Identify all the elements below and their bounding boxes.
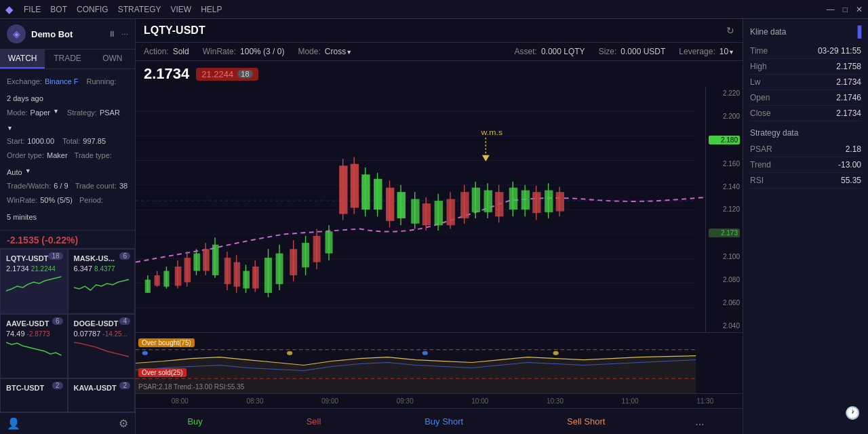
svg-rect-32: [243, 271, 250, 289]
time-1030: 10:30: [547, 397, 564, 405]
ema-value: 21.2244: [201, 69, 233, 79]
close-value: 2.1734: [836, 108, 861, 118]
right-panel: Kline data ▐ Time 03-29 11:55 High 2.175…: [743, 19, 868, 434]
close-button[interactable]: ✕: [856, 5, 863, 14]
kline-close-row: Close 2.1734: [750, 106, 861, 121]
clock-icon[interactable]: 🕐: [845, 406, 860, 420]
watch-sparkline-doge: [74, 339, 130, 359]
price-scale: 2.220 2.200 2.180 2.160 2.140 2.120 2.17…: [705, 87, 743, 332]
watch-item-btc[interactable]: BTC-USDT 2: [0, 378, 68, 412]
high-label: High: [750, 62, 767, 71]
trend-label: Trend: [750, 160, 771, 170]
menu-bot[interactable]: BOT: [50, 5, 67, 14]
settings-icon[interactable]: ⚙: [119, 417, 128, 430]
winrate-info-value: 100% (3 / 0): [240, 47, 284, 56]
watch-sparkline-aave: [6, 339, 62, 359]
tab-own[interactable]: OWN: [90, 50, 135, 68]
winrate-info-label: WinRate:: [203, 47, 236, 56]
svg-rect-34: [252, 267, 259, 288]
scale-2140: 2.140: [709, 183, 740, 191]
maximize-button[interactable]: □: [843, 5, 848, 14]
order-type-value: Maker: [47, 149, 68, 163]
psar-info: PSAR:2.18 Trend:-13.00 RSI:55.35: [138, 383, 244, 391]
svg-point-92: [553, 351, 558, 355]
watch-item-kava[interactable]: KAVA-USDT 2: [68, 378, 136, 412]
buy-short-button[interactable]: Buy Short: [411, 412, 477, 431]
trade-count-value: 38: [119, 179, 127, 193]
pause-button[interactable]: ⏸: [108, 29, 116, 39]
bot-header: ◈ Demo Bot ⏸ ···: [0, 19, 135, 50]
watch-symbol-lqty: LQTY-USDT: [6, 254, 48, 262]
watch-badge-lqty: 18: [48, 252, 62, 260]
watch-item-doge[interactable]: DOGE-USDT 4 0.07787 -14.25...: [68, 314, 136, 379]
watch-price-mask: 6.347 8.4377: [74, 264, 130, 273]
watch-item-mask[interactable]: MASK-US... 6 6.347 8.4377: [68, 249, 136, 314]
sell-short-button[interactable]: Sell Short: [553, 412, 618, 431]
asset-label: Asset:: [515, 47, 537, 56]
action-label: Action:: [144, 47, 169, 56]
total-label: Total:: [62, 134, 80, 149]
action-bar: Buy Sell Buy Short Sell Short ...: [136, 408, 743, 434]
more-button[interactable]: ···: [121, 29, 128, 39]
trade-watch-value: 6 / 9: [54, 179, 68, 193]
buy-button[interactable]: Buy: [174, 412, 216, 431]
scale-2160: 2.160: [709, 160, 740, 167]
watch-item-lqty[interactable]: LQTY-USDT 18 2.1734 21.2244: [0, 249, 68, 314]
watch-symbol-aave: AAVE-USDT: [6, 319, 49, 328]
trade-count-label: Trade count:: [75, 179, 117, 193]
minimize-button[interactable]: —: [827, 5, 835, 14]
scale-2120: 2.120: [709, 205, 740, 213]
time-1000: 10:00: [471, 397, 488, 405]
watch-symbol-btc: BTC-USDT: [6, 384, 44, 392]
scale-2220: 2.220: [709, 90, 740, 97]
running-label: Running:: [87, 75, 117, 89]
mode-value: Paper: [31, 106, 50, 120]
mode-info-value[interactable]: Cross: [325, 47, 352, 56]
ema-count: 18: [237, 70, 252, 78]
scale-2100: 2.100: [709, 253, 740, 260]
leverage-label: Leverage:: [679, 47, 715, 56]
rsi-value: 55.35: [841, 176, 861, 185]
svg-rect-20: [184, 258, 191, 282]
scale-2040: 2.040: [709, 322, 740, 330]
chart-type-icon[interactable]: ▐: [854, 26, 861, 38]
chart-area: LQTY-USDT ↻ Action: Sold WinRate: 100% (…: [136, 19, 743, 434]
menu-strategy[interactable]: STRATEGY: [118, 5, 161, 14]
strategy-label: Strategy:: [67, 106, 97, 120]
svg-point-91: [422, 351, 428, 355]
indicator-area: Over bought(75) Over sold(25) PSAR:2.18 …: [136, 332, 743, 393]
rsi-row: RSI 55.35: [750, 173, 861, 189]
window-controls: — □ ✕: [827, 5, 863, 14]
close-label: Close: [750, 108, 771, 118]
svg-point-89: [142, 351, 148, 355]
strategy-value: PSAR: [100, 106, 120, 120]
watch-item-aave[interactable]: AAVE-USDT 6 74.49 -2.8773: [0, 314, 68, 379]
tab-trade[interactable]: TRADE: [45, 50, 90, 68]
menu-config[interactable]: CONFIG: [77, 5, 108, 14]
watch-badge-kava: 2: [119, 382, 130, 389]
more-actions-button[interactable]: ...: [695, 416, 704, 428]
ema-badge: 21.2244 18: [196, 68, 258, 81]
exchange-label: Exchange:: [7, 75, 42, 89]
time-1130: 11:30: [696, 397, 713, 405]
panel-title: Kline data ▐: [750, 26, 861, 38]
menu-file[interactable]: FILE: [24, 5, 41, 14]
sell-button[interactable]: Sell: [293, 412, 335, 431]
tab-watch[interactable]: WATCH: [0, 50, 45, 68]
scale-2173: 2.173: [709, 229, 740, 237]
main-price: 2.1734: [144, 65, 189, 83]
high-value: 2.1758: [836, 62, 861, 71]
size-value: 0.000 USDT: [620, 47, 665, 56]
sidebar: ◈ Demo Bot ⏸ ··· WATCH TRADE OWN Exchang…: [0, 19, 136, 434]
exchange-value: Binance F: [45, 75, 79, 89]
watch-sparkline-mask: [74, 274, 130, 294]
action-value: Sold: [173, 47, 189, 56]
profile-icon[interactable]: 👤: [7, 417, 20, 430]
menu-help[interactable]: HELP: [201, 5, 222, 14]
menu-view[interactable]: VIEW: [170, 5, 191, 14]
titlebar: ◆ FILE BOT CONFIG STRATEGY VIEW HELP — □…: [0, 0, 868, 19]
refresh-icon[interactable]: ↻: [726, 25, 734, 36]
watch-price-aave: 74.49 -2.8773: [6, 330, 62, 338]
leverage-value[interactable]: 10: [719, 47, 734, 56]
app-logo: ◆: [5, 4, 13, 15]
